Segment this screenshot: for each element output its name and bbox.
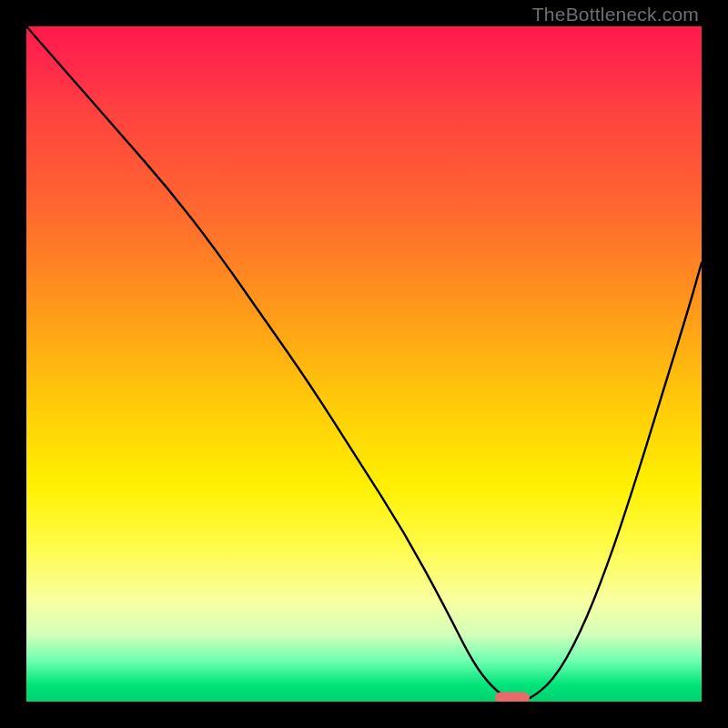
plot-area bbox=[26, 26, 702, 702]
bottleneck-curve bbox=[26, 26, 702, 702]
optimal-marker bbox=[495, 693, 530, 703]
watermark-text: TheBottleneck.com bbox=[532, 4, 699, 25]
chart-frame: TheBottleneck.com bbox=[0, 0, 728, 728]
